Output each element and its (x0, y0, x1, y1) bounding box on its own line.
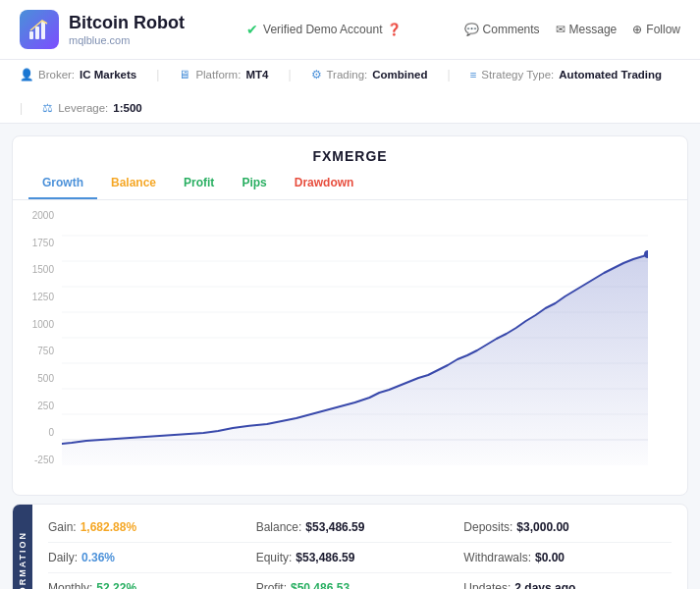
trading-icon: ⚙ (311, 68, 322, 81)
daily-row: Daily: 0.36% (48, 543, 256, 573)
follow-button[interactable]: ⊕ Follow (632, 23, 680, 36)
info-grid: Gain: 1,682.88% Daily: 0.36% Monthly: 52… (48, 512, 672, 589)
updates-row: Updates: 2 days ago (463, 573, 672, 589)
y-axis: 2000 1750 1500 1250 1000 750 500 250 0 -… (13, 210, 60, 465)
tab-growth[interactable]: Growth (28, 168, 97, 199)
gain-row: Gain: 1,682.88% (48, 512, 256, 543)
withdrawals-row: Withdrawals: $0.00 (463, 543, 672, 573)
header-left: Bitcoin Robot mqlblue.com (20, 10, 185, 49)
balance-row: Balance: $53,486.59 (256, 512, 464, 543)
follow-icon: ⊕ (632, 23, 642, 36)
col-left: Gain: 1,682.88% Daily: 0.36% Monthly: 52… (48, 512, 256, 589)
chart-area: 2000 1750 1500 1250 1000 750 500 250 0 -… (13, 200, 687, 495)
sep1: | (156, 68, 159, 81)
app-subtitle: mqlblue.com (69, 34, 185, 46)
panel-side-label: INFORMATION (13, 505, 32, 589)
header: Bitcoin Robot mqlblue.com ✔ Verified Dem… (0, 0, 700, 60)
help-icon[interactable]: ❓ (387, 23, 402, 36)
leverage-icon: ⚖ (42, 101, 53, 115)
col-center: Balance: $53,486.59 Equity: $53,486.59 P… (256, 512, 464, 589)
svg-rect-2 (41, 22, 45, 39)
platform-icon: 🖥 (179, 69, 190, 80)
tab-pips[interactable]: Pips (228, 168, 280, 199)
svg-rect-1 (35, 27, 39, 39)
app-title: Bitcoin Robot (69, 13, 185, 34)
chart-title: FXMERGE (13, 136, 687, 168)
strategy-icon: ≡ (470, 69, 477, 80)
tab-balance[interactable]: Balance (97, 168, 170, 199)
platform-info: 🖥 Platform: MT4 (179, 69, 268, 80)
profit-row: Profit: $50,486.53 (256, 573, 464, 589)
leverage-info: ⚖ Leverage: 1:500 (42, 101, 142, 115)
comments-button[interactable]: 💬 Comments (464, 23, 540, 36)
info-bar: 👤 Broker: IC Markets | 🖥 Platform: MT4 |… (0, 60, 700, 124)
comments-icon: 💬 (464, 23, 479, 36)
tab-profit[interactable]: Profit (170, 168, 228, 199)
tab-drawdown[interactable]: Drawdown (281, 168, 368, 199)
col-right: Deposits: $3,000.00 Withdrawals: $0.00 U… (463, 512, 672, 589)
broker-info: 👤 Broker: IC Markets (20, 68, 136, 81)
logo-icon (20, 10, 59, 49)
broker-icon: 👤 (20, 68, 33, 81)
chart-svg (62, 210, 648, 465)
trading-info: ⚙ Trading: Combined (311, 68, 428, 81)
chart-section: FXMERGE Growth Balance Profit Pips Drawd… (12, 135, 688, 496)
info-panel: INFORMATION Gain: 1,682.88% Daily: 0.36%… (12, 504, 688, 589)
svg-rect-0 (29, 31, 33, 39)
sep2: | (288, 68, 291, 81)
deposits-row: Deposits: $3,000.00 (463, 512, 672, 543)
message-button[interactable]: ✉ Message (556, 23, 618, 36)
panel-content: Gain: 1,682.88% Daily: 0.36% Monthly: 52… (32, 505, 687, 589)
sep3: | (448, 68, 451, 81)
strategy-info: ≡ Strategy Type: Automated Trading (470, 69, 662, 80)
chart-tabs: Growth Balance Profit Pips Drawdown (13, 168, 687, 200)
information-label: INFORMATION (18, 531, 27, 589)
brand-info: Bitcoin Robot mqlblue.com (69, 13, 185, 46)
message-icon: ✉ (556, 23, 565, 36)
verified-section: ✔ Verified Demo Account ❓ (246, 22, 402, 37)
header-actions: 💬 Comments ✉ Message ⊕ Follow (464, 23, 680, 36)
equity-row: Equity: $53,486.59 (256, 543, 464, 573)
sep4: | (20, 101, 23, 115)
verified-icon: ✔ (246, 22, 258, 37)
monthly-row: Monthly: 52.22% (48, 573, 256, 589)
verified-label: Verified Demo Account (263, 23, 382, 36)
